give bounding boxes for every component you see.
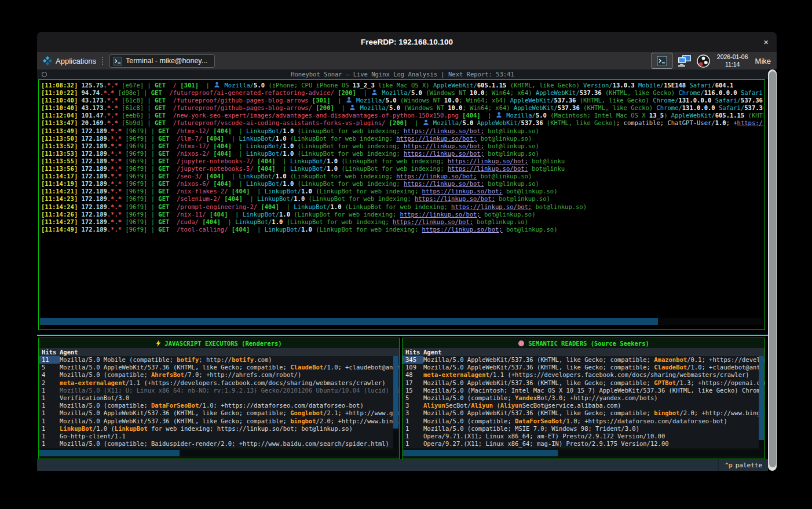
table-row[interactable]: 5Mozilla/5.0 (compatible; YandexBot/3.0;… (403, 394, 765, 402)
table-row[interactable]: 1Go-http-client/1.1 (39, 433, 399, 440)
person-icon (214, 82, 220, 88)
panel-hscrollbar[interactable] (39, 450, 398, 456)
log-line: [11:14:27] 172.189.*.* [96f9] | GET /cud… (41, 218, 763, 226)
table-header: Hits Agent (403, 348, 765, 356)
panel-vscrollbar-thumb[interactable] (759, 356, 764, 440)
taskbar-window-button[interactable]: Terminal - mike@honey... (109, 54, 215, 68)
table-row[interactable]: 1Mozilla/5.0 (compatible; DataForSeoBot/… (39, 402, 399, 409)
hits-cell: 5 (39, 364, 60, 371)
agent-cell: VerificationBot/3.0 (60, 394, 399, 402)
table-row[interactable]: 345Mozilla/5.0 AppleWebKit/537.36 (KHTML… (403, 356, 765, 364)
hits-cell: 3 (403, 409, 423, 417)
panel-vscrollbar[interactable] (393, 356, 398, 449)
table-row[interactable]: 5Mozilla/5.0 AppleWebKit/537.36 (KHTML, … (39, 364, 399, 371)
log-line: [11:13:49] 172.189.*.* [96f9] | GET /htm… (41, 127, 763, 135)
clock[interactable]: 2026-01-06 11:14 (717, 53, 748, 68)
palette-label: palette (736, 462, 762, 469)
table-row[interactable]: 48meta-externalagent/1.1 (+https://devel… (403, 371, 765, 379)
taskbar-window-label: Terminal - mike@honey... (126, 57, 207, 65)
terminal-icon (114, 57, 122, 65)
table-row[interactable]: 15Mozilla/5.0 (Macintosh; Intel Mac OS X… (403, 387, 765, 394)
table-row[interactable]: 1Mozilla/5.0 (compatible; DataForSeoBot/… (403, 418, 765, 425)
table-row[interactable]: 11Mozilla/5.0 Mobile (compatible; botify… (39, 356, 399, 364)
table-row[interactable]: 1Mozilla/5.0 (compatible; Baiduspider-re… (39, 440, 399, 448)
table-row[interactable]: 109Mozilla/5.0 AppleWebKit/537.36 (KHTML… (403, 364, 765, 371)
taskbar-grip[interactable] (102, 57, 105, 65)
taskbar: Applications Terminal - mike@honey... (37, 52, 777, 69)
hits-cell: 17 (403, 379, 423, 387)
person-icon (346, 97, 352, 103)
hits-cell: 5 (403, 394, 423, 402)
person-icon (349, 104, 356, 111)
log-line: [11:10:40] 43.173.*.* [61c8] | GET /futu… (41, 104, 763, 112)
person-icon (496, 112, 502, 118)
applications-menu[interactable]: Applications (42, 55, 97, 67)
agent-cell: Mozilla/5.0 (compatible; MSIE 7.0; Windo… (423, 425, 765, 433)
log-line: [11:14:23] 172.189.*.* [96f9] | GET /sel… (41, 195, 763, 203)
hits-cell: 1 (39, 425, 60, 433)
hits-cell: 109 (403, 364, 423, 371)
hits-cell: 48 (403, 371, 423, 379)
agent-cell: AliyunSecBot/Aliyun (AliyunSecBot@servic… (423, 402, 765, 409)
log-line: [11:10:22] 94.74.*.* [d98e] | GET /futur… (41, 89, 763, 97)
hits-cell: 2 (39, 379, 60, 387)
table-row[interactable]: 3Mozilla/5.0 AppleWebKit/537.36 (KHTML, … (403, 409, 765, 417)
display-settings-icon[interactable] (677, 54, 692, 68)
table-row[interactable]: 1Mozilla/5.0 (compatible; MSIE 7.0; Wind… (403, 425, 765, 433)
palette-key: ^p (725, 462, 732, 469)
panel-hscrollbar-thumb[interactable] (39, 450, 180, 456)
spinner-icon (42, 72, 47, 77)
user-label: Mike (755, 57, 771, 65)
log-line: [11:10:40] 43.173.*.* [61c8] | GET /futu… (41, 97, 763, 104)
log-panel[interactable]: [11:08:32] 125.75.*.* [e67e] | GET / [30… (38, 79, 765, 330)
table-row[interactable]: 2meta-externalagent/1.1 (+https://develo… (39, 379, 399, 387)
panel-vscrollbar[interactable] (759, 356, 764, 449)
table-row[interactable]: 1Opera/9.27.(X11; Linux x86_64; mag-IN) … (403, 440, 765, 448)
table-row[interactable]: 1LinkupBot/1.0 (LinkupBot for web indexi… (39, 425, 399, 433)
table-row[interactable]: 4Mozilla/5.0 (compatible; AhrefsBot/7.0;… (39, 371, 399, 379)
table-row[interactable]: 3AliyunSecBot/Aliyun (AliyunSecBot@servi… (403, 402, 765, 409)
agent-cell: Mozilla/5.0 (compatible; DataForSeoBot/1… (423, 418, 765, 425)
table-row[interactable]: 1VerificationBot/3.0 (39, 394, 399, 402)
hits-cell: 1 (403, 440, 423, 448)
agent-cell: Mozilla/5.0 AppleWebKit/537.36 (KHTML, l… (423, 409, 765, 417)
panel-title-text: SEMANTIC READERS (Source Seekers) (528, 340, 649, 347)
clock-time: 11:14 (717, 61, 748, 68)
hits-cell: 1 (39, 418, 60, 425)
agent-cell: Mozilla/5.0 AppleWebKit/537.36 (KHTML, l… (423, 379, 765, 387)
hits-cell: 1 (39, 440, 60, 448)
log-line: [11:12:04] 101.47.*.* [eeb6] | GET /new-… (41, 112, 763, 119)
agent-cell: Mozilla/5.0 AppleWebKit/537.36 (KHTML, l… (423, 364, 765, 371)
hits-cell: 1 (39, 402, 60, 409)
panel-hscrollbar-thumb[interactable] (403, 450, 558, 456)
panel-javascript-executors: JAVASCRIPT EXECUTORS (Renderers) Hits Ag… (38, 338, 400, 459)
log-line: [11:14:24] 172.189.*.* [96f9] | GET /pro… (41, 203, 763, 211)
agent-cell: Mozilla/5.0 (compatible; AhrefsBot/7.0; … (60, 371, 399, 379)
hits-cell: 1 (39, 433, 60, 440)
hits-cell: 3 (403, 402, 423, 409)
palette-shortcut[interactable]: ^p palette (718, 459, 768, 471)
table-row[interactable]: 17Mozilla/5.0 AppleWebKit/537.36 (KHTML,… (403, 379, 765, 387)
agent-cell: Go-http-client/1.1 (60, 433, 399, 440)
table-row[interactable]: 1Mozilla/5.0 AppleWebKit/537.36 (KHTML, … (39, 409, 399, 417)
rdp-vscrollbar-thumb[interactable] (769, 71, 776, 467)
hits-cell: 1 (39, 394, 60, 402)
hits-cell: 1 (39, 387, 60, 394)
agent-cell: Opera/9.71.(X11; Linux x86_64; am-ET) Pr… (423, 433, 765, 440)
window-titlebar[interactable]: FreeRDP: 192.168.10.100 × (37, 32, 777, 52)
obs-icon[interactable] (697, 54, 710, 68)
log-hscrollbar-thumb[interactable] (40, 318, 658, 325)
sonar-header: Honeybot Sonar — Live Nginx Log Analysis… (37, 69, 768, 79)
log-line: [11:13:53] 172.189.*.* [96f9] | GET /nix… (41, 150, 763, 158)
panel-vscrollbar-thumb[interactable] (393, 356, 398, 429)
table-row[interactable]: 1Mozilla/5.0 (X11; U; Linux x86_64; nb-N… (39, 387, 399, 394)
log-hscrollbar[interactable] (40, 318, 763, 325)
close-icon[interactable]: × (763, 32, 769, 52)
tray-terminal-button[interactable] (652, 53, 672, 69)
applications-label: Applications (56, 57, 96, 65)
table-row[interactable]: 1Opera/9.71.(X11; Linux x86_64; am-ET) P… (403, 433, 765, 440)
rdp-vscrollbar[interactable] (768, 69, 777, 471)
agent-cell: LinkupBot/1.0 (LinkupBot for web indexin… (60, 425, 399, 433)
panel-hscrollbar[interactable] (403, 450, 764, 456)
table-row[interactable]: 1Mozilla/5.0 AppleWebKit/537.36 (KHTML, … (39, 418, 399, 425)
